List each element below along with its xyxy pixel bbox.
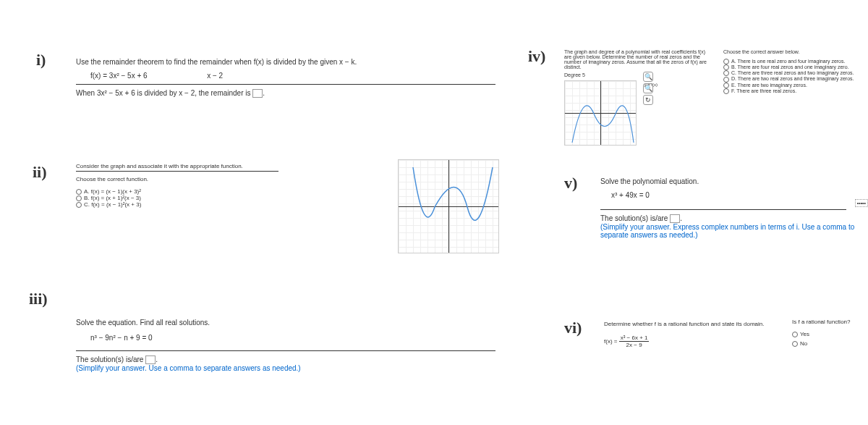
label-iv: iv): [528, 47, 545, 65]
p6-option-yes[interactable]: Yes: [792, 331, 864, 337]
p5-equation: x³ + 49x = 0: [611, 191, 861, 199]
p1-result-post: .: [263, 89, 265, 97]
label-iii: iii): [29, 290, 48, 308]
p6-question: Is f a rational function?: [792, 319, 864, 325]
p6-fraction: x³ − 6x + 12x − 9: [619, 334, 650, 348]
p5-answer-input[interactable]: [670, 214, 680, 223]
p2-graph: [398, 159, 499, 253]
p4-graph: y = f(x): [564, 80, 637, 146]
label-i: i): [36, 51, 46, 69]
p3-instruction: Solve the equation. Find all real soluti…: [76, 319, 438, 327]
p4-degree: Degree 5: [564, 72, 709, 77]
p4-choose: Choose the correct answer below.: [723, 49, 864, 54]
p2-option-a[interactable]: A. f(x) = (x − 1)(x + 3)²: [76, 188, 351, 195]
p6-instruction: Determine whether f is a rational functi…: [604, 321, 792, 327]
p2-choose: Choose the correct function.: [76, 176, 351, 182]
p1-fx: f(x) = 3x² − 5x + 6: [90, 72, 148, 80]
p1-instruction: Use the remainder theorem to find the re…: [76, 58, 510, 66]
p4-option-d[interactable]: D. There are two real zeros and three im…: [723, 76, 864, 82]
p5-sol-pre: The solution(s) is/are: [600, 214, 670, 222]
label-v: v): [564, 174, 577, 192]
zoom-out-icon[interactable]: 🔍: [643, 83, 653, 93]
p4-instruction: The graph and degree of a polynomial wit…: [564, 49, 709, 70]
p3-sol-post: .: [156, 355, 158, 363]
p4-option-c[interactable]: C. There are three real zeros and two im…: [723, 70, 864, 76]
p5-note: (Simplify your answer. Express complex n…: [600, 223, 861, 239]
p2-instruction: Consider the graph and associate it with…: [76, 163, 351, 169]
p4-option-a[interactable]: A. There is one real zero and four imagi…: [723, 59, 864, 64]
p4-option-f[interactable]: F. There are three real zeros.: [723, 88, 864, 94]
p3-equation: n³ − 9n² − n + 9 = 0: [90, 334, 438, 342]
label-ii: ii): [33, 163, 47, 181]
p5-instruction: Solve the polynomial equation.: [600, 177, 861, 185]
p4-option-e[interactable]: E. There are two imaginary zeros.: [723, 83, 864, 88]
zoom-in-icon[interactable]: 🔍: [643, 72, 653, 82]
p3-sol-pre: The solution(s) is/are: [76, 355, 145, 363]
label-vi: vi): [564, 319, 582, 337]
p4-option-b[interactable]: B. There are four real zeros and one ima…: [723, 64, 864, 70]
p5-sol-post: .: [680, 214, 682, 222]
reset-icon[interactable]: ↻: [643, 95, 653, 105]
p1-result-text: When 3x² − 5x + 6 is divided by x − 2, t…: [76, 89, 252, 97]
p2-option-b[interactable]: B. f(x) = (x + 1)²(x − 3): [76, 195, 351, 201]
p6-fx-pre: f(x) =: [604, 338, 619, 345]
p1-answer-input[interactable]: [252, 89, 263, 98]
p6-option-no[interactable]: No: [792, 340, 864, 347]
ellipsis-icon[interactable]: •••••: [855, 199, 868, 207]
p1-xk: x − 2: [207, 72, 223, 80]
p3-note: (Simplify your answer. Use a comma to se…: [76, 364, 438, 372]
p2-option-c[interactable]: C. f(x) = (x − 1)²(x + 3): [76, 201, 351, 208]
p3-answer-input[interactable]: [145, 355, 156, 364]
